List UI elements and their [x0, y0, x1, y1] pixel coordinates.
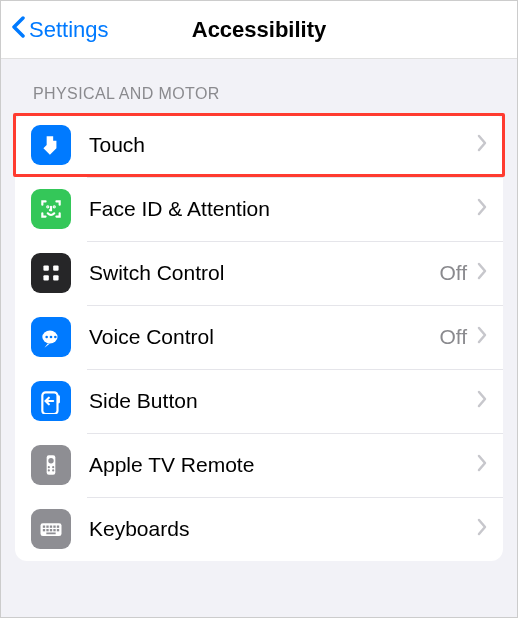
voice-control-icon [31, 317, 71, 357]
svg-rect-29 [46, 533, 55, 535]
side-button-icon [31, 381, 71, 421]
svg-rect-19 [43, 526, 45, 528]
svg-point-13 [48, 458, 53, 463]
svg-point-0 [47, 206, 48, 207]
svg-rect-26 [50, 529, 52, 531]
svg-point-15 [52, 466, 54, 468]
row-switch-control[interactable]: Switch Control Off [15, 241, 503, 305]
svg-rect-2 [43, 265, 48, 270]
svg-rect-24 [43, 529, 45, 531]
svg-point-1 [54, 206, 55, 207]
row-voice-control[interactable]: Voice Control Off [15, 305, 503, 369]
svg-point-14 [48, 466, 50, 468]
chevron-right-icon [477, 134, 487, 156]
row-label: Apple TV Remote [89, 453, 477, 477]
svg-rect-23 [57, 526, 59, 528]
row-face-id[interactable]: Face ID & Attention [15, 177, 503, 241]
chevron-right-icon [477, 326, 487, 348]
chevron-right-icon [477, 518, 487, 540]
row-keyboards[interactable]: Keyboards [15, 497, 503, 561]
chevron-right-icon [477, 262, 487, 284]
nav-bar: Settings Accessibility [1, 1, 517, 59]
svg-point-8 [50, 336, 53, 339]
chevron-left-icon [11, 16, 27, 44]
back-button[interactable]: Settings [11, 16, 109, 44]
svg-rect-27 [53, 529, 55, 531]
svg-point-17 [52, 469, 54, 471]
svg-rect-28 [57, 529, 59, 531]
svg-point-16 [48, 469, 50, 471]
svg-rect-4 [43, 275, 48, 280]
row-label: Face ID & Attention [89, 197, 477, 221]
svg-rect-21 [50, 526, 52, 528]
back-label: Settings [29, 17, 109, 43]
svg-rect-20 [46, 526, 48, 528]
content-area: PHYSICAL AND MOTOR Touch Face ID & Atten… [1, 59, 517, 617]
chevron-right-icon [477, 198, 487, 220]
svg-rect-3 [53, 265, 58, 270]
row-value: Off [439, 325, 467, 349]
row-side-button[interactable]: Side Button [15, 369, 503, 433]
row-label: Side Button [89, 389, 477, 413]
svg-rect-22 [53, 526, 55, 528]
svg-point-7 [45, 336, 48, 339]
row-label: Keyboards [89, 517, 477, 541]
row-apple-tv-remote[interactable]: Apple TV Remote [15, 433, 503, 497]
keyboard-icon [31, 509, 71, 549]
row-touch[interactable]: Touch [13, 113, 505, 177]
settings-list: Touch Face ID & Attention Switch Control… [15, 113, 503, 561]
apple-tv-remote-icon [31, 445, 71, 485]
touch-icon [31, 125, 71, 165]
switch-control-icon [31, 253, 71, 293]
chevron-right-icon [477, 454, 487, 476]
page-title: Accessibility [192, 17, 327, 43]
svg-rect-5 [53, 275, 58, 280]
face-id-icon [31, 189, 71, 229]
svg-point-9 [54, 336, 57, 339]
svg-rect-10 [42, 392, 57, 414]
chevron-right-icon [477, 390, 487, 412]
row-label: Voice Control [89, 325, 439, 349]
section-header: PHYSICAL AND MOTOR [1, 79, 517, 113]
row-label: Touch [89, 133, 477, 157]
svg-rect-25 [46, 529, 48, 531]
row-label: Switch Control [89, 261, 439, 285]
row-value: Off [439, 261, 467, 285]
